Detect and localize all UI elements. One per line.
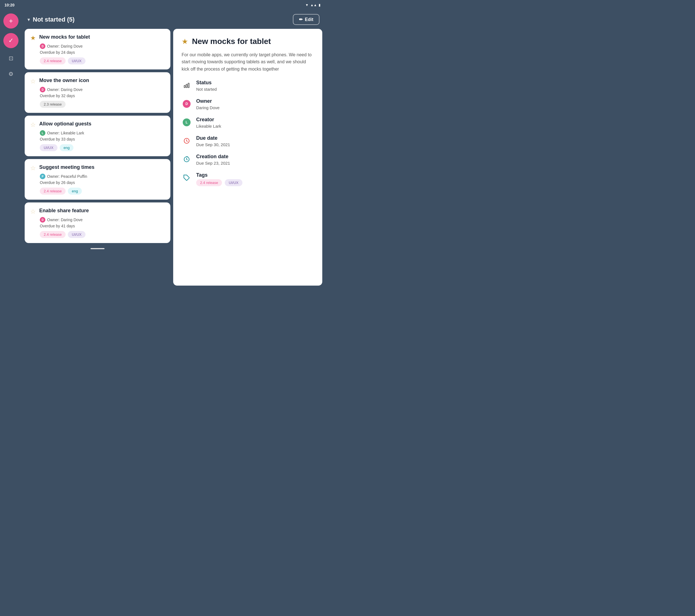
task-meta-1: D Owner: Daring Dove Overdue by 24 days … — [40, 43, 165, 65]
task-card-4[interactable]: ☆ Suggest meeting times P Owner: Peacefu… — [25, 159, 170, 200]
task-title-2: Move the owner icon — [39, 77, 89, 84]
task-title-3: Allow optional guests — [39, 121, 91, 127]
page-title: Not started (5) — [33, 16, 74, 23]
detail-due-date-field: Due date Due Sep 30, 2021 — [182, 135, 314, 147]
status-icon — [182, 81, 192, 90]
pencil-icon: ✏ — [299, 17, 303, 22]
tag-release-5[interactable]: 2.4 release — [40, 231, 66, 238]
task-meta-2: D Owner: Daring Dove Overdue by 32 days … — [40, 87, 165, 108]
tags-3: UI/UX eng — [40, 144, 165, 151]
task-list-panel: ★ New mocks for tablet D Owner: Daring D… — [25, 29, 170, 286]
svg-rect-1 — [186, 84, 187, 88]
panels: ★ New mocks for tablet D Owner: Daring D… — [22, 29, 325, 288]
wifi-icon: ▼ — [305, 3, 308, 7]
task-title-5: Enable share feature — [39, 208, 89, 214]
owner-value: Daring Dove — [196, 105, 219, 110]
main-layout: + ✓ ⊡ ⚙ ▾ Not started (5) ✏ Edit — [0, 10, 325, 288]
due-date-label: Due date — [196, 135, 230, 141]
detail-status-field: Status Not started — [182, 80, 314, 91]
tag-release-2[interactable]: 2.3 release — [40, 101, 66, 108]
task-owner-1: D Owner: Daring Dove — [40, 43, 165, 49]
owner-avatar-3: L — [40, 130, 46, 136]
detail-tags-list: 2.4 release UI/UX — [196, 179, 242, 186]
tag-uiux-3[interactable]: UI/UX — [40, 144, 57, 151]
detail-panel: ★ New mocks for tablet For our mobile ap… — [173, 29, 322, 286]
tag-uiux-1[interactable]: UI/UX — [68, 57, 85, 65]
svg-line-6 — [187, 157, 188, 157]
settings-button[interactable]: ⚙ — [5, 68, 17, 80]
content-area: ▾ Not started (5) ✏ Edit ★ New mocks for… — [22, 10, 325, 288]
owner-label: Owner — [196, 98, 219, 104]
status-label: Status — [196, 80, 217, 86]
inbox-button[interactable]: ⊡ — [5, 53, 17, 64]
task-title-1: New mocks for tablet — [39, 34, 90, 40]
status-time: 10:20 — [4, 3, 15, 7]
task-card-5[interactable]: ☆ Enable share feature D Owner: Daring D… — [25, 203, 170, 243]
due-date-icon — [182, 136, 192, 146]
inbox-icon: ⊡ — [9, 55, 14, 61]
tasks-button[interactable]: ✓ — [3, 33, 18, 48]
tags-4: 2.4 release eng — [40, 188, 165, 195]
overdue-1: Overdue by 24 days — [40, 50, 165, 55]
creation-date-value: Due Sep 23, 2021 — [196, 161, 230, 165]
task-card-2[interactable]: ☆ Move the owner icon D Owner: Daring Do… — [25, 72, 170, 113]
add-button[interactable]: + — [3, 14, 18, 29]
chevron-down-icon[interactable]: ▾ — [28, 17, 30, 23]
task-owner-5: D Owner: Daring Dove — [40, 217, 165, 223]
tags-label: Tags — [196, 172, 242, 178]
detail-tag-uiux[interactable]: UI/UX — [225, 179, 242, 186]
creator-label: Creator — [196, 117, 221, 123]
check-icon: ✓ — [9, 37, 14, 44]
owner-avatar-5: D — [40, 217, 46, 223]
task-card-1[interactable]: ★ New mocks for tablet D Owner: Daring D… — [25, 29, 170, 69]
overdue-3: Overdue by 33 days — [40, 137, 165, 141]
detail-tags-field: Tags 2.4 release UI/UX — [182, 172, 314, 186]
detail-tag-release[interactable]: 2.4 release — [196, 179, 222, 186]
task-owner-3: L Owner: Likeable Lark — [40, 130, 165, 136]
tag-release-4[interactable]: 2.4 release — [40, 188, 66, 195]
task-card-3[interactable]: ☆ Allow optional guests L Owner: Likeabl… — [25, 116, 170, 156]
owner-avatar-icon: D — [182, 99, 192, 109]
overdue-2: Overdue by 32 days — [40, 93, 165, 98]
gear-icon: ⚙ — [9, 71, 14, 77]
status-icons: ▼ ▲▲ ▮ — [305, 3, 321, 7]
owner-avatar-1: D — [40, 43, 46, 49]
header-left: ▾ Not started (5) — [28, 16, 74, 23]
creator-avatar-icon: L — [182, 117, 192, 127]
task-meta-4: P Owner: Peaceful Puffin Overdue by 26 d… — [40, 174, 165, 195]
task-owner-4: P Owner: Peaceful Puffin — [40, 174, 165, 179]
star-filled-icon: ★ — [30, 34, 36, 42]
detail-title-row: ★ New mocks for tablet — [182, 37, 314, 46]
tags-icon — [182, 173, 192, 183]
tags-5: 2.4 release UI/UX — [40, 231, 165, 238]
edit-button[interactable]: ✏ Edit — [293, 14, 320, 25]
tag-release-1[interactable]: 2.4 release — [40, 57, 66, 65]
detail-owner-field: D Owner Daring Dove — [182, 98, 314, 110]
due-date-value: Due Sep 30, 2021 — [196, 142, 230, 147]
star-empty-icon-2: ☆ — [30, 78, 36, 85]
task-owner-2: D Owner: Daring Dove — [40, 87, 165, 92]
status-value: Not started — [196, 87, 217, 91]
owner-avatar-2: D — [40, 87, 46, 92]
detail-description: For our mobile apps, we currently only t… — [182, 51, 314, 73]
overdue-4: Overdue by 26 days — [40, 180, 165, 185]
signal-icon: ▲▲ — [310, 3, 317, 7]
creator-value: Likeable Lark — [196, 124, 221, 128]
battery-icon: ▮ — [319, 3, 321, 7]
tags-2: 2.3 release — [40, 101, 165, 108]
svg-rect-0 — [184, 85, 185, 88]
tag-uiux-5[interactable]: UI/UX — [68, 231, 85, 238]
task-meta-3: L Owner: Likeable Lark Overdue by 33 day… — [40, 130, 165, 151]
task-meta-5: D Owner: Daring Dove Overdue by 41 days … — [40, 217, 165, 238]
header: ▾ Not started (5) ✏ Edit — [22, 10, 325, 29]
sidebar: + ✓ ⊡ ⚙ — [0, 10, 22, 288]
creation-date-label: Creation date — [196, 154, 230, 160]
tag-eng-3[interactable]: eng — [60, 144, 74, 151]
tag-eng-4[interactable]: eng — [68, 188, 82, 195]
creation-date-icon — [182, 154, 192, 164]
scroll-indicator — [90, 248, 104, 249]
detail-creation-date-field: Creation date Due Sep 23, 2021 — [182, 154, 314, 165]
star-empty-icon-5: ☆ — [30, 208, 36, 215]
detail-title: New mocks for tablet — [192, 37, 271, 46]
task-title-4: Suggest meeting times — [39, 164, 95, 171]
